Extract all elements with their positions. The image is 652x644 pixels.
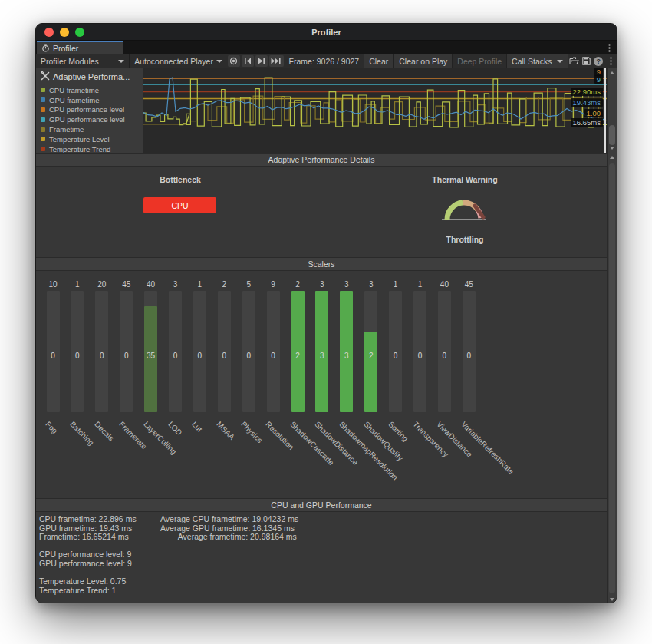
scaler-max-value: 2 bbox=[288, 280, 308, 289]
call-stacks-label: Call Stacks bbox=[512, 57, 552, 66]
deep-profile-button: Deep Profile bbox=[453, 54, 506, 68]
scaler-name-label: Sorting bbox=[387, 420, 410, 443]
scaler-max-value: 40 bbox=[434, 280, 454, 289]
performance-stats-right: Average CPU frametime: 19.04232 msAverag… bbox=[160, 515, 298, 542]
scaler-current-value: 0 bbox=[410, 352, 430, 360]
chart-value-badge: 1.00 bbox=[584, 109, 604, 117]
scaler-current-value: 0 bbox=[43, 352, 63, 360]
clear-button[interactable]: Clear bbox=[364, 54, 394, 68]
stopwatch-icon bbox=[41, 44, 50, 54]
close-window-button[interactable] bbox=[44, 28, 54, 37]
chart-value-badge: 16.65ms bbox=[571, 118, 603, 127]
stat-line: Average CPU frametime: 19.04232 ms bbox=[160, 515, 298, 524]
legend-item[interactable]: GPU performance level bbox=[41, 114, 143, 124]
legend-label: CPU performance level bbox=[49, 105, 124, 114]
scaler-current-value: 0 bbox=[68, 352, 87, 360]
save-profile-icon[interactable] bbox=[580, 54, 592, 68]
legend-item[interactable]: GPU frametime bbox=[41, 95, 143, 105]
legend-color-chip bbox=[41, 107, 45, 112]
legend-item[interactable]: CPU frametime bbox=[41, 85, 143, 95]
adaptive-performance-module: Adaptive Performa... CPU frametimeGPU fr… bbox=[36, 68, 617, 153]
details-scrollbar-thumb[interactable] bbox=[609, 163, 615, 593]
scaler-current-value: 2 bbox=[361, 352, 381, 360]
scaler-current-value: 0 bbox=[92, 352, 112, 360]
tab-row-more-menu[interactable] bbox=[604, 42, 614, 53]
legend-item[interactable]: Temperature Trend bbox=[41, 144, 143, 153]
scaler-name-label: Lut bbox=[191, 420, 205, 434]
profiler-toolbar: Profiler Modules Autoconnected Player Fr… bbox=[36, 54, 617, 68]
current-frame-indicator bbox=[604, 68, 606, 153]
chart-value-badge: 9 bbox=[594, 75, 603, 84]
module-title: Adaptive Performa... bbox=[53, 72, 130, 81]
tab-profiler[interactable]: Profiler bbox=[37, 41, 123, 54]
scaler-max-value: 2 bbox=[214, 280, 234, 289]
next-frame-button[interactable] bbox=[255, 55, 268, 67]
scroll-down-icon[interactable] bbox=[610, 147, 614, 150]
call-stacks-dropdown[interactable]: Call Stacks bbox=[506, 54, 568, 68]
scaler-name-label: Physics bbox=[239, 420, 264, 444]
clear-on-play-button[interactable]: Clear on Play bbox=[394, 54, 453, 68]
legend-color-chip bbox=[41, 127, 45, 132]
scroll-up-icon[interactable] bbox=[610, 156, 614, 159]
target-selector-dropdown[interactable]: Autoconnected Player bbox=[130, 54, 227, 68]
legend-color-chip bbox=[41, 117, 45, 122]
minimize-window-button[interactable] bbox=[60, 28, 69, 37]
stat-line: Frametime: 16.65214 ms bbox=[39, 533, 137, 542]
module-legend-panel: Adaptive Performa... CPU frametimeGPU fr… bbox=[36, 68, 143, 153]
scaler-current-value: 0 bbox=[214, 352, 234, 360]
bottleneck-label: Bottleneck bbox=[142, 175, 219, 184]
help-icon[interactable]: ? bbox=[592, 54, 604, 68]
thermal-warning-label: Thermal Warning bbox=[411, 175, 519, 184]
module-scrollbar[interactable] bbox=[607, 68, 617, 153]
scaler-max-value: 45 bbox=[117, 280, 137, 289]
scaler-max-value: 3 bbox=[337, 280, 357, 289]
chart-value-badge: 22.90ms bbox=[571, 88, 603, 96]
current-frame-button[interactable] bbox=[269, 55, 284, 67]
bottleneck-value-badge: CPU bbox=[143, 197, 216, 213]
scaler-max-value: 1 bbox=[68, 280, 87, 289]
scaler-current-value: 0 bbox=[189, 352, 209, 360]
frame-chart[interactable]: 9922.90ms19.43ms1.0016.65ms bbox=[143, 68, 607, 153]
scaler-max-value: 3 bbox=[166, 280, 186, 289]
traffic-lights bbox=[44, 28, 84, 37]
performance-stats-left: CPU frametime: 22.896 msGPU frametime: 1… bbox=[39, 515, 137, 595]
scaler-current-value: 0 bbox=[166, 352, 186, 360]
profiler-modules-dropdown[interactable]: Profiler Modules bbox=[36, 54, 129, 68]
zoom-window-button[interactable] bbox=[75, 28, 84, 37]
scaler-max-value: 9 bbox=[263, 280, 283, 289]
scaler-max-value: 5 bbox=[239, 280, 258, 289]
tab-row: Profiler bbox=[36, 41, 617, 54]
module-scrollbar-thumb[interactable] bbox=[609, 125, 615, 145]
legend-label: GPU performance level bbox=[49, 115, 125, 124]
scalers-header: Scalers bbox=[36, 257, 607, 271]
scaler-max-value: 20 bbox=[92, 280, 112, 289]
toolbar-more-menu[interactable] bbox=[604, 54, 617, 68]
scaler-max-value: 1 bbox=[410, 280, 430, 289]
stat-line: Temperature Trend: 1 bbox=[39, 586, 137, 596]
details-scrollbar[interactable] bbox=[607, 153, 617, 603]
scaler-current-value: 0 bbox=[434, 352, 454, 360]
scaler-current-value: 3 bbox=[312, 352, 332, 360]
legend-list: CPU frametimeGPU frametimeCPU performanc… bbox=[41, 85, 143, 153]
chevron-down-icon bbox=[557, 60, 563, 63]
scroll-up-icon[interactable] bbox=[610, 71, 614, 74]
scroll-down-icon[interactable] bbox=[610, 598, 614, 601]
record-button[interactable] bbox=[228, 55, 240, 67]
legend-label: Temperature Trend bbox=[49, 145, 110, 153]
scaler-current-value: 0 bbox=[263, 352, 283, 360]
legend-label: Temperature Level bbox=[49, 135, 110, 144]
legend-color-chip bbox=[41, 147, 45, 151]
scaler-max-value: 45 bbox=[459, 280, 479, 289]
legend-color-chip bbox=[41, 137, 45, 141]
legend-item[interactable]: Frametime bbox=[41, 124, 143, 134]
legend-item[interactable]: CPU performance level bbox=[41, 105, 143, 115]
scaler-max-value: 3 bbox=[361, 280, 381, 289]
throttling-label: Throttling bbox=[426, 235, 503, 244]
previous-frame-button[interactable] bbox=[242, 55, 254, 67]
scaler-name-label: ShadowCascade bbox=[288, 420, 335, 467]
frame-counter: Frame: 9026 / 9027 bbox=[285, 54, 364, 68]
scaler-current-value: 0 bbox=[459, 352, 479, 360]
legend-item[interactable]: Temperature Level bbox=[41, 134, 143, 144]
scaler-bar-fill bbox=[364, 332, 377, 412]
load-profile-icon[interactable] bbox=[568, 54, 581, 68]
